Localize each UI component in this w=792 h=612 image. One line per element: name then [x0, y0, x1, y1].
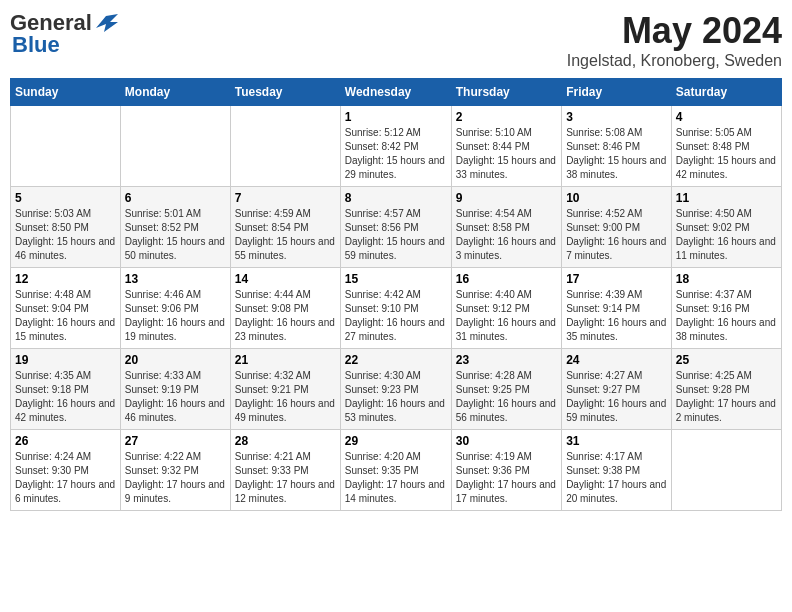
page-header: General Blue May 2024 Ingelstad, Kronobe…	[10, 10, 782, 70]
calendar-table: SundayMondayTuesdayWednesdayThursdayFrid…	[10, 78, 782, 511]
day-info: Sunrise: 5:01 AM Sunset: 8:52 PM Dayligh…	[125, 207, 226, 263]
calendar-cell: 4Sunrise: 5:05 AM Sunset: 8:48 PM Daylig…	[671, 106, 781, 187]
weekday-header-tuesday: Tuesday	[230, 79, 340, 106]
calendar-cell: 21Sunrise: 4:32 AM Sunset: 9:21 PM Dayli…	[230, 349, 340, 430]
logo: General Blue	[10, 10, 118, 58]
calendar-cell: 7Sunrise: 4:59 AM Sunset: 8:54 PM Daylig…	[230, 187, 340, 268]
day-number: 23	[456, 353, 557, 367]
day-number: 2	[456, 110, 557, 124]
calendar-cell: 25Sunrise: 4:25 AM Sunset: 9:28 PM Dayli…	[671, 349, 781, 430]
day-number: 22	[345, 353, 447, 367]
day-info: Sunrise: 5:10 AM Sunset: 8:44 PM Dayligh…	[456, 126, 557, 182]
day-info: Sunrise: 4:17 AM Sunset: 9:38 PM Dayligh…	[566, 450, 667, 506]
day-number: 29	[345, 434, 447, 448]
day-info: Sunrise: 4:37 AM Sunset: 9:16 PM Dayligh…	[676, 288, 777, 344]
weekday-header-row: SundayMondayTuesdayWednesdayThursdayFrid…	[11, 79, 782, 106]
calendar-cell: 18Sunrise: 4:37 AM Sunset: 9:16 PM Dayli…	[671, 268, 781, 349]
day-number: 15	[345, 272, 447, 286]
day-number: 5	[15, 191, 116, 205]
day-number: 21	[235, 353, 336, 367]
day-info: Sunrise: 4:54 AM Sunset: 8:58 PM Dayligh…	[456, 207, 557, 263]
day-number: 30	[456, 434, 557, 448]
day-info: Sunrise: 4:28 AM Sunset: 9:25 PM Dayligh…	[456, 369, 557, 425]
calendar-cell: 27Sunrise: 4:22 AM Sunset: 9:32 PM Dayli…	[120, 430, 230, 511]
day-number: 10	[566, 191, 667, 205]
day-number: 25	[676, 353, 777, 367]
day-info: Sunrise: 4:20 AM Sunset: 9:35 PM Dayligh…	[345, 450, 447, 506]
calendar-cell	[120, 106, 230, 187]
calendar-cell: 5Sunrise: 5:03 AM Sunset: 8:50 PM Daylig…	[11, 187, 121, 268]
logo-blue-text: Blue	[12, 32, 60, 58]
day-info: Sunrise: 5:12 AM Sunset: 8:42 PM Dayligh…	[345, 126, 447, 182]
day-info: Sunrise: 4:21 AM Sunset: 9:33 PM Dayligh…	[235, 450, 336, 506]
weekday-header-wednesday: Wednesday	[340, 79, 451, 106]
calendar-cell: 20Sunrise: 4:33 AM Sunset: 9:19 PM Dayli…	[120, 349, 230, 430]
title-area: May 2024 Ingelstad, Kronoberg, Sweden	[567, 10, 782, 70]
weekday-header-sunday: Sunday	[11, 79, 121, 106]
day-number: 17	[566, 272, 667, 286]
day-info: Sunrise: 5:08 AM Sunset: 8:46 PM Dayligh…	[566, 126, 667, 182]
day-number: 13	[125, 272, 226, 286]
day-info: Sunrise: 4:32 AM Sunset: 9:21 PM Dayligh…	[235, 369, 336, 425]
calendar-week-row: 12Sunrise: 4:48 AM Sunset: 9:04 PM Dayli…	[11, 268, 782, 349]
day-number: 7	[235, 191, 336, 205]
calendar-cell: 15Sunrise: 4:42 AM Sunset: 9:10 PM Dayli…	[340, 268, 451, 349]
day-number: 31	[566, 434, 667, 448]
calendar-week-row: 5Sunrise: 5:03 AM Sunset: 8:50 PM Daylig…	[11, 187, 782, 268]
calendar-cell	[671, 430, 781, 511]
logo-bird-icon	[96, 14, 118, 32]
day-number: 14	[235, 272, 336, 286]
day-info: Sunrise: 4:46 AM Sunset: 9:06 PM Dayligh…	[125, 288, 226, 344]
calendar-cell: 3Sunrise: 5:08 AM Sunset: 8:46 PM Daylig…	[562, 106, 672, 187]
calendar-cell: 6Sunrise: 5:01 AM Sunset: 8:52 PM Daylig…	[120, 187, 230, 268]
calendar-cell	[11, 106, 121, 187]
day-number: 24	[566, 353, 667, 367]
day-number: 26	[15, 434, 116, 448]
day-info: Sunrise: 4:48 AM Sunset: 9:04 PM Dayligh…	[15, 288, 116, 344]
day-info: Sunrise: 4:24 AM Sunset: 9:30 PM Dayligh…	[15, 450, 116, 506]
day-info: Sunrise: 4:25 AM Sunset: 9:28 PM Dayligh…	[676, 369, 777, 425]
calendar-cell: 16Sunrise: 4:40 AM Sunset: 9:12 PM Dayli…	[451, 268, 561, 349]
calendar-cell: 2Sunrise: 5:10 AM Sunset: 8:44 PM Daylig…	[451, 106, 561, 187]
day-info: Sunrise: 4:35 AM Sunset: 9:18 PM Dayligh…	[15, 369, 116, 425]
calendar-cell: 30Sunrise: 4:19 AM Sunset: 9:36 PM Dayli…	[451, 430, 561, 511]
day-info: Sunrise: 4:59 AM Sunset: 8:54 PM Dayligh…	[235, 207, 336, 263]
calendar-cell: 26Sunrise: 4:24 AM Sunset: 9:30 PM Dayli…	[11, 430, 121, 511]
day-info: Sunrise: 4:27 AM Sunset: 9:27 PM Dayligh…	[566, 369, 667, 425]
calendar-cell	[230, 106, 340, 187]
day-number: 9	[456, 191, 557, 205]
calendar-week-row: 26Sunrise: 4:24 AM Sunset: 9:30 PM Dayli…	[11, 430, 782, 511]
day-number: 18	[676, 272, 777, 286]
calendar-cell: 22Sunrise: 4:30 AM Sunset: 9:23 PM Dayli…	[340, 349, 451, 430]
calendar-cell: 1Sunrise: 5:12 AM Sunset: 8:42 PM Daylig…	[340, 106, 451, 187]
weekday-header-friday: Friday	[562, 79, 672, 106]
day-number: 19	[15, 353, 116, 367]
day-number: 28	[235, 434, 336, 448]
day-info: Sunrise: 4:30 AM Sunset: 9:23 PM Dayligh…	[345, 369, 447, 425]
calendar-cell: 14Sunrise: 4:44 AM Sunset: 9:08 PM Dayli…	[230, 268, 340, 349]
calendar-cell: 10Sunrise: 4:52 AM Sunset: 9:00 PM Dayli…	[562, 187, 672, 268]
location-subtitle: Ingelstad, Kronoberg, Sweden	[567, 52, 782, 70]
day-info: Sunrise: 4:33 AM Sunset: 9:19 PM Dayligh…	[125, 369, 226, 425]
calendar-cell: 23Sunrise: 4:28 AM Sunset: 9:25 PM Dayli…	[451, 349, 561, 430]
day-info: Sunrise: 4:57 AM Sunset: 8:56 PM Dayligh…	[345, 207, 447, 263]
day-number: 12	[15, 272, 116, 286]
calendar-cell: 9Sunrise: 4:54 AM Sunset: 8:58 PM Daylig…	[451, 187, 561, 268]
weekday-header-thursday: Thursday	[451, 79, 561, 106]
calendar-cell: 12Sunrise: 4:48 AM Sunset: 9:04 PM Dayli…	[11, 268, 121, 349]
day-info: Sunrise: 5:05 AM Sunset: 8:48 PM Dayligh…	[676, 126, 777, 182]
calendar-cell: 13Sunrise: 4:46 AM Sunset: 9:06 PM Dayli…	[120, 268, 230, 349]
day-number: 27	[125, 434, 226, 448]
calendar-cell: 24Sunrise: 4:27 AM Sunset: 9:27 PM Dayli…	[562, 349, 672, 430]
day-info: Sunrise: 4:50 AM Sunset: 9:02 PM Dayligh…	[676, 207, 777, 263]
calendar-cell: 29Sunrise: 4:20 AM Sunset: 9:35 PM Dayli…	[340, 430, 451, 511]
day-number: 1	[345, 110, 447, 124]
svg-marker-0	[96, 14, 118, 32]
day-info: Sunrise: 4:40 AM Sunset: 9:12 PM Dayligh…	[456, 288, 557, 344]
day-number: 6	[125, 191, 226, 205]
calendar-cell: 31Sunrise: 4:17 AM Sunset: 9:38 PM Dayli…	[562, 430, 672, 511]
day-info: Sunrise: 4:52 AM Sunset: 9:00 PM Dayligh…	[566, 207, 667, 263]
calendar-week-row: 1Sunrise: 5:12 AM Sunset: 8:42 PM Daylig…	[11, 106, 782, 187]
calendar-cell: 8Sunrise: 4:57 AM Sunset: 8:56 PM Daylig…	[340, 187, 451, 268]
calendar-cell: 17Sunrise: 4:39 AM Sunset: 9:14 PM Dayli…	[562, 268, 672, 349]
